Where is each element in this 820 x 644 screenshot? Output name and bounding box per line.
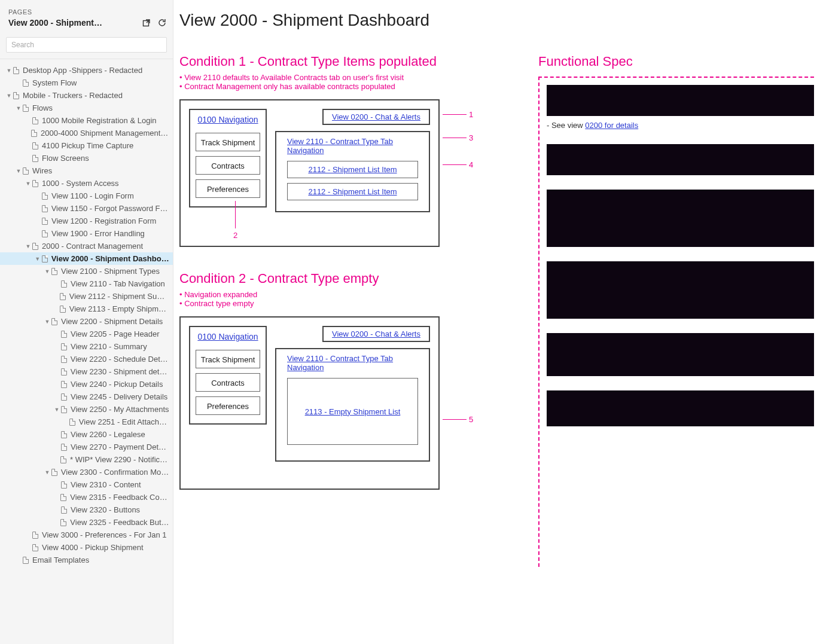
tree-row[interactable]: ▼View 2100 - Shipment Types xyxy=(0,265,173,277)
page-icon xyxy=(60,293,66,300)
tree-row[interactable]: View 2310 - Content xyxy=(0,478,173,491)
tree-label: Desktop App -Shippers - Redacted xyxy=(23,66,142,75)
tree-row[interactable]: View 1150 - Forgot Password Form xyxy=(0,202,173,215)
page-icon xyxy=(61,280,67,288)
tree-row[interactable]: View 2205 - Page Header xyxy=(0,328,173,340)
wireframe-2-wrap: 0100 Navigation Track Shipment Contracts… xyxy=(179,316,490,490)
tree-row[interactable]: View 2230 - Shipment details xyxy=(0,365,173,378)
empty-shipment-list[interactable]: 2113 - Empty Shipment List xyxy=(287,378,418,445)
caret-icon[interactable]: ▼ xyxy=(25,243,31,249)
tree-row[interactable]: View 1100 - Login Form xyxy=(0,190,173,202)
caret-icon[interactable]: ▼ xyxy=(35,256,41,262)
tree-row[interactable]: View 2270 - Payment Details xyxy=(0,441,173,453)
tree-row[interactable]: View 2260 - Legalese xyxy=(0,428,173,441)
page-tree[interactable]: ▼Desktop App -Shippers - RedactedSystem … xyxy=(0,59,173,644)
tree-row[interactable]: View 1200 - Registration Form xyxy=(0,215,173,227)
tree-row[interactable]: View 2220 - Schedule Details xyxy=(0,353,173,365)
sidebar-header: PAGES View 2000 - Shipment… xyxy=(0,0,173,31)
tree-row[interactable]: View 3000 - Preferences - For Jan 1 xyxy=(0,529,173,541)
tree-row[interactable]: ▼View 2250 - My Attachments xyxy=(0,403,173,416)
caret-icon[interactable]: ▼ xyxy=(44,319,50,325)
tree-row[interactable]: ▼Flows xyxy=(0,102,173,114)
annotation-1: 1 xyxy=(443,110,473,119)
tab-nav-link[interactable]: View 2110 - Contract Type Tab Navigation xyxy=(287,137,418,155)
caret-icon[interactable]: ▼ xyxy=(6,68,12,74)
tree-row[interactable]: 4100 Pickup Time Capture xyxy=(0,139,173,152)
caret-icon[interactable]: ▼ xyxy=(44,469,50,475)
nav-preferences[interactable]: Preferences xyxy=(196,396,260,415)
page-icon xyxy=(60,306,66,313)
nav-title-link[interactable]: 0100 Navigation xyxy=(197,115,258,124)
nav-contracts[interactable]: Contracts xyxy=(196,156,260,175)
tree-row[interactable]: ▼Wires xyxy=(0,164,173,177)
tree-row[interactable]: View 2110 - Tab Navigation xyxy=(0,277,173,290)
tree-label: View 2230 - Shipment details xyxy=(71,367,169,376)
nav-contracts[interactable]: Contracts xyxy=(196,373,260,392)
shipment-list-item[interactable]: 2112 - Shipment List Item xyxy=(287,161,418,178)
annotation-4: 4 xyxy=(443,160,473,169)
nav-track-shipment[interactable]: Track Shipment xyxy=(196,350,260,368)
chat-alerts-link[interactable]: View 0200 - Chat & Alerts xyxy=(322,326,430,342)
tree-row[interactable]: View 2315 - Feedback Content xyxy=(0,491,173,503)
nav-title-link[interactable]: 0100 Navigation xyxy=(197,332,258,341)
tree-row[interactable]: ▼View 2000 - Shipment Dashboard xyxy=(0,252,173,265)
external-link-icon[interactable] xyxy=(142,18,151,28)
refresh-icon[interactable] xyxy=(157,18,167,28)
tree-row[interactable]: View 2210 - Summary xyxy=(0,340,173,353)
condition-1: Condition 1 - Contract Type Items popula… xyxy=(179,54,514,247)
page-icon xyxy=(61,506,67,514)
tree-row[interactable]: ▼2000 - Contract Management xyxy=(0,240,173,252)
tree-row[interactable]: System Flow xyxy=(0,77,173,89)
tree-row[interactable]: ▼View 2200 - Shipment Details xyxy=(0,315,173,328)
tree-row[interactable]: View 2113 - Empty Shipment Content xyxy=(0,303,173,315)
tree-row[interactable]: ▼1000 - System Access xyxy=(0,177,173,190)
chat-alerts-link[interactable]: View 0200 - Chat & Alerts xyxy=(322,109,430,125)
tree-row[interactable]: Email Templates xyxy=(0,554,173,566)
tree-label: View 2320 - Buttons xyxy=(71,505,140,514)
spec-link-0200[interactable]: 0200 for details xyxy=(585,121,638,130)
tree-row[interactable]: View 2320 - Buttons xyxy=(0,503,173,516)
nav-preferences[interactable]: Preferences xyxy=(196,179,260,198)
caret-icon[interactable]: ▼ xyxy=(25,181,31,187)
page-icon xyxy=(23,557,29,564)
caret-icon[interactable]: ▼ xyxy=(44,268,50,274)
page-icon xyxy=(51,469,57,476)
tree-row[interactable]: ▼View 2300 - Confirmation Modal xyxy=(0,466,173,478)
tree-row[interactable]: View 2251 - Edit Attachment Post xyxy=(0,416,173,428)
page-icon xyxy=(42,193,48,200)
tree-row[interactable]: ▼Mobile - Truckers - Redacted xyxy=(0,89,173,102)
tree-row[interactable]: View 2325 - Feedback Buttons xyxy=(0,516,173,529)
tree-row[interactable]: 2000-4000 Shipment Management & Tracking xyxy=(0,127,173,139)
tree-row[interactable]: ▼Desktop App -Shippers - Redacted xyxy=(0,64,173,77)
tree-row[interactable]: * WIP* View 2290 - Notifications xyxy=(0,453,173,466)
tree-row[interactable]: Flow Screens xyxy=(0,152,173,164)
header-icons xyxy=(142,18,167,28)
tree-row[interactable]: View 4000 - Pickup Shipment xyxy=(0,541,173,554)
page-icon xyxy=(60,494,66,501)
caret-icon[interactable]: ▼ xyxy=(6,93,12,99)
nav-panel[interactable]: 0100 Navigation Track Shipment Contracts… xyxy=(189,109,267,207)
tree-row[interactable]: 1000 Mobile Registration & Login xyxy=(0,114,173,127)
tree-label: View 2113 - Empty Shipment Content xyxy=(69,304,169,313)
page-icon xyxy=(42,230,48,237)
tree-label: View 2240 - Pickup Details xyxy=(71,380,163,389)
nav-panel[interactable]: 0100 Navigation Track Shipment Contracts… xyxy=(189,326,267,425)
shipment-list-item[interactable]: 2112 - Shipment List Item xyxy=(287,183,418,200)
tree-label: View 2210 - Summary xyxy=(71,342,147,351)
tree-row[interactable]: View 2240 - Pickup Details xyxy=(0,378,173,390)
page-icon xyxy=(61,406,67,413)
caret-icon[interactable]: ▼ xyxy=(16,105,22,111)
nav-track-shipment[interactable]: Track Shipment xyxy=(196,133,260,151)
tree-label: Email Templates xyxy=(32,556,89,564)
tree-row[interactable]: View 1900 - Error Handling xyxy=(0,227,173,240)
search-input[interactable] xyxy=(6,37,167,53)
tree-label: View 2315 - Feedback Content xyxy=(70,493,169,502)
page-icon xyxy=(13,92,19,99)
tab-nav-link[interactable]: View 2110 - Contract Type Tab Navigation xyxy=(287,354,418,372)
tree-row[interactable]: View 2245 - Delivery Details xyxy=(0,390,173,403)
caret-icon[interactable]: ▼ xyxy=(16,168,22,174)
tree-row[interactable]: View 2112 - Shipment Summary Item xyxy=(0,290,173,303)
tree-label: View 4000 - Pickup Shipment xyxy=(42,543,144,552)
annotation-2: 2 xyxy=(233,201,237,240)
caret-icon[interactable]: ▼ xyxy=(54,407,60,413)
